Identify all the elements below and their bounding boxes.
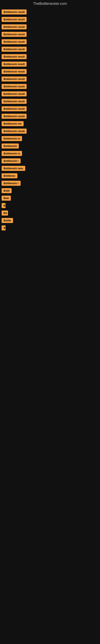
bottleneck-badge[interactable]: Bottle: [1, 218, 13, 223]
bottleneck-badge[interactable]: Bottleneck result: [1, 69, 27, 74]
bottleneck-badge[interactable]: Bottleneck res: [1, 121, 24, 126]
bottleneck-badge[interactable]: Bottleneck resu: [1, 166, 25, 171]
bottleneck-badge[interactable]: Bottleneck result: [1, 62, 27, 66]
bottleneck-badge[interactable]: Bottleneck result: [1, 54, 27, 59]
list-item: Bottleneck resu: [1, 166, 99, 171]
list-item: Bottleneck result: [1, 24, 99, 30]
list-item: Bottleneck result: [1, 84, 99, 89]
list-item: Bo: [1, 210, 99, 216]
bottleneck-badge[interactable]: Bottleneck result: [1, 10, 27, 14]
bottleneck-badge[interactable]: Bott: [1, 196, 11, 201]
list-item: Bottle: [1, 218, 99, 223]
bottleneck-badge[interactable]: Bottleneck result: [1, 76, 27, 82]
bottleneck-badge[interactable]: Bottleneck: [1, 144, 19, 148]
bottleneck-badge[interactable]: Bottleneck result: [1, 24, 27, 30]
bottleneck-badge[interactable]: Bottleneck result: [1, 84, 27, 89]
list-item: Bottleneck result: [1, 39, 99, 44]
list-item: Bottlenec: [1, 173, 99, 178]
bottleneck-badge[interactable]: B: [1, 203, 6, 208]
list-item: Bottleneck result: [1, 17, 99, 22]
list-item: Bottleneck result: [1, 54, 99, 59]
list-item: Bottleneck result: [1, 62, 99, 66]
list-item: Bottleneck result: [1, 10, 99, 14]
list-item: Bottleneck: [1, 144, 99, 148]
list-item: Bottleneck result: [1, 32, 99, 37]
items-container: Bottleneck resultBottleneck resultBottle…: [0, 8, 100, 240]
list-item: Bottleneck re: [1, 151, 99, 156]
bottleneck-badge[interactable]: Bottleneck re: [1, 136, 22, 141]
bottleneck-badge[interactable]: Bottleneck result: [1, 128, 27, 134]
bottleneck-badge[interactable]: Bottl: [1, 188, 12, 193]
bottleneck-badge[interactable]: Bottleneck result: [1, 106, 27, 111]
list-item: Bottleneck res: [1, 121, 99, 126]
list-item: Bottleneck result: [1, 69, 99, 74]
bottleneck-badge[interactable]: Bottleneck r: [1, 181, 21, 186]
bottleneck-badge[interactable]: Bottlenec: [1, 173, 17, 178]
bottleneck-badge[interactable]: Bottleneck result: [1, 39, 27, 44]
list-item: Bottleneck r: [1, 181, 99, 186]
list-item: Bottleneck result: [1, 91, 99, 96]
list-item: Bott: [1, 196, 99, 201]
list-item: Bottleneck result: [1, 47, 99, 52]
list-item: Bottleneck result: [1, 76, 99, 82]
list-item: Bottl: [1, 188, 99, 193]
bottleneck-badge[interactable]: Bottleneck result: [1, 99, 27, 104]
list-item: Bottleneck re: [1, 136, 99, 141]
bottleneck-badge[interactable]: Bottleneck result: [1, 47, 27, 52]
list-item: Bottleneck result: [1, 128, 99, 134]
bottleneck-badge[interactable]: Bottleneck re: [1, 151, 22, 156]
site-title: TheBottlenecker.com: [0, 0, 100, 8]
list-item: Bottleneck r: [1, 158, 99, 164]
bottleneck-badge[interactable]: Bottleneck result: [1, 91, 27, 96]
bottleneck-badge[interactable]: Bo: [1, 210, 8, 216]
bottleneck-badge[interactable]: B: [1, 226, 6, 230]
list-item: B: [1, 226, 99, 230]
list-item: Bottleneck result: [1, 114, 99, 119]
bottleneck-badge[interactable]: Bottleneck result: [1, 17, 27, 22]
bottleneck-badge[interactable]: Bottleneck result: [1, 114, 27, 119]
list-item: Bottleneck result: [1, 99, 99, 104]
list-item: Bottleneck result: [1, 106, 99, 111]
bottleneck-badge[interactable]: Bottleneck r: [1, 158, 21, 164]
list-item: B: [1, 203, 99, 208]
bottleneck-badge[interactable]: Bottleneck result: [1, 32, 27, 37]
